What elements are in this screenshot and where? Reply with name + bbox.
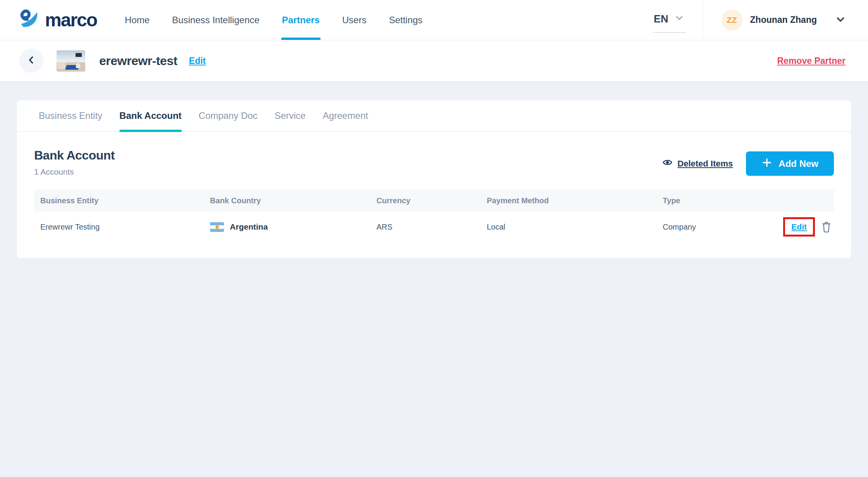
partner-photo-thumbnail [57, 50, 85, 72]
section-actions: Deleted Items Add New [663, 151, 834, 176]
language-selector[interactable]: EN [653, 13, 686, 27]
nav-item-settings[interactable]: Settings [389, 0, 423, 40]
tab-company-doc[interactable]: Company Doc [199, 100, 258, 131]
tab-business-entity[interactable]: Business Entity [39, 100, 102, 131]
thumbnail-sofa [57, 62, 65, 69]
add-new-button[interactable]: Add New [746, 151, 834, 176]
plus-icon [761, 157, 772, 170]
brand-logo[interactable]: marco [19, 9, 97, 32]
bank-accounts-table: Business Entity Bank Country Currency Pa… [34, 190, 834, 258]
deleted-items-link[interactable]: Deleted Items [663, 158, 733, 170]
table-row: Erewrewr Testing Argentina ARS Local Com… [34, 211, 834, 242]
deleted-items-label: Deleted Items [677, 159, 733, 169]
edit-partner-link[interactable]: Edit [189, 56, 206, 66]
partner-title: erewrewr-test [99, 54, 177, 68]
row-actions: Edit [783, 217, 834, 237]
section-title: Bank Account [34, 148, 115, 163]
trash-icon[interactable] [821, 221, 832, 233]
language-value: EN [654, 13, 668, 25]
column-header-type: Type [663, 196, 834, 205]
eye-icon [663, 158, 672, 170]
row-edit-link[interactable]: Edit [791, 222, 807, 232]
cell-bank-country: Argentina [210, 222, 376, 232]
cell-currency: ARS [376, 223, 487, 232]
nav-item-users[interactable]: Users [342, 0, 367, 40]
user-profile-menu[interactable]: ZZ Zhounan Zhang [722, 10, 846, 31]
nav-item-business-intelligence[interactable]: Business Intelligence [172, 0, 259, 40]
add-new-label: Add New [778, 158, 818, 169]
avatar-initials: ZZ [727, 15, 737, 25]
column-header-bank-country: Bank Country [210, 196, 376, 205]
cell-business-entity: Erewrewr Testing [34, 223, 210, 232]
topbar-divider [703, 0, 703, 40]
cell-type: Company [663, 223, 783, 232]
column-header-business-entity: Business Entity [34, 196, 210, 205]
thumbnail-chair [76, 63, 80, 68]
partner-page-header: erewrewr-test Edit Remove Partner [0, 40, 868, 82]
table-header-row: Business Entity Bank Country Currency Pa… [34, 190, 834, 211]
top-navigation-bar: marco Home Business Intelligence Partner… [0, 0, 868, 40]
annotation-highlight-box: Edit [783, 217, 815, 237]
avatar: ZZ [722, 10, 742, 31]
main-nav: Home Business Intelligence Partners User… [125, 0, 445, 40]
tab-service[interactable]: Service [275, 100, 306, 131]
chevron-down-icon [675, 13, 684, 25]
nav-item-home[interactable]: Home [125, 0, 150, 40]
cell-payment-method: Local [487, 223, 663, 232]
detail-tabbar: Business Entity Bank Account Company Doc… [17, 100, 851, 132]
partner-detail-card: Business Entity Bank Account Company Doc… [17, 100, 851, 258]
tab-agreement[interactable]: Agreement [323, 100, 368, 131]
chevron-down-icon [835, 14, 846, 26]
chevron-left-icon [26, 55, 36, 67]
nav-item-partners[interactable]: Partners [282, 0, 320, 40]
brand-name: marco [45, 11, 97, 29]
accounts-count: 1 Accounts [34, 167, 115, 177]
argentina-flag-icon [210, 222, 224, 232]
bank-account-section-header: Bank Account 1 Accounts Deleted Items [17, 132, 851, 177]
back-button[interactable] [19, 49, 43, 73]
user-name: Zhounan Zhang [750, 15, 817, 25]
bank-country-name: Argentina [230, 222, 268, 232]
tab-bank-account[interactable]: Bank Account [119, 100, 181, 131]
marco-wave-icon [19, 9, 40, 32]
thumbnail-tv [76, 53, 82, 57]
section-title-block: Bank Account 1 Accounts [34, 148, 115, 177]
remove-partner-link[interactable]: Remove Partner [777, 56, 846, 66]
column-header-payment-method: Payment Method [487, 196, 663, 205]
column-header-currency: Currency [376, 196, 487, 205]
main-content: Business Entity Bank Account Company Doc… [0, 82, 868, 276]
